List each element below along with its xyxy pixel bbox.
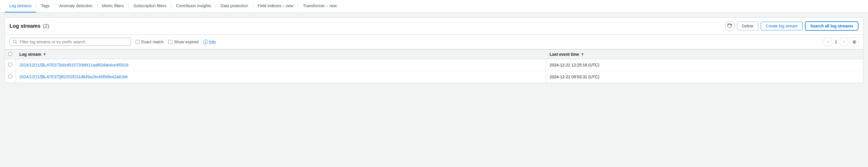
- select-all-checkbox[interactable]: [8, 52, 12, 56]
- page-number: 1: [834, 40, 838, 44]
- tab-log-streams[interactable]: Log streams: [5, 0, 36, 12]
- tab-anomaly-detection[interactable]: Anomaly detection: [55, 0, 97, 12]
- row-1-checkbox[interactable]: [8, 63, 12, 66]
- tab-contributor-insights[interactable]: Contributor Insights: [172, 0, 216, 12]
- create-log-stream-button[interactable]: Create log stream: [761, 22, 803, 30]
- info-link[interactable]: i Info: [203, 40, 216, 44]
- next-page-button[interactable]: ›: [840, 38, 848, 46]
- td-event-time-2: 2024-12-21 09:53:31 (UTC): [546, 71, 863, 83]
- tab-metric-filters[interactable]: Metric filters: [97, 0, 128, 12]
- tab-field-indexes[interactable]: Field indexes – new: [253, 0, 298, 12]
- pagination: ‹ 1 ›: [824, 38, 859, 46]
- next-icon: ›: [843, 40, 844, 44]
- th-select-all[interactable]: [5, 50, 16, 59]
- search-box[interactable]: [9, 38, 131, 46]
- prev-icon: ‹: [827, 40, 828, 44]
- svg-line-1: [16, 43, 17, 44]
- exact-match-checkbox[interactable]: [135, 40, 140, 44]
- info-icon: i: [203, 40, 208, 44]
- td-check-1[interactable]: [5, 59, 16, 71]
- main-content: Log streams (2) Delete Create log stream…: [0, 13, 868, 88]
- header-actions: Delete Create log stream Search all log …: [725, 21, 859, 31]
- stream-link-1[interactable]: 2024/12/21/[$LATEST]d4c8515720bf411aaf82…: [19, 63, 128, 67]
- td-check-2[interactable]: [5, 71, 16, 83]
- refresh-icon: [727, 24, 732, 28]
- filter-options: Exact match Show expired i Info: [135, 40, 819, 44]
- sort-icon-event-time: ▼: [581, 52, 584, 56]
- table-settings-button[interactable]: [850, 38, 859, 46]
- td-event-time-1: 2024-12-21 12:25:16 (UTC): [546, 59, 863, 71]
- stream-link-2[interactable]: 2024/12/21/[$LATEST]8f2202f231d849a29c45…: [19, 74, 127, 79]
- filter-input[interactable]: [20, 40, 128, 44]
- gear-icon: [852, 40, 856, 44]
- log-streams-panel: Log streams (2) Delete Create log stream…: [5, 17, 863, 83]
- td-stream-1: 2024/12/21/[$LATEST]d4c8515720bf411aaf82…: [16, 59, 546, 71]
- tab-transformer[interactable]: Transformer – new: [299, 0, 341, 12]
- table-row: 2024/12/21/[$LATEST]d4c8515720bf411aaf82…: [5, 59, 863, 71]
- table-row: 2024/12/21/[$LATEST]8f2202f231d849a29c45…: [5, 71, 863, 83]
- exact-match-label[interactable]: Exact match: [135, 40, 164, 44]
- search-icon: [13, 40, 17, 44]
- search-all-log-streams-button[interactable]: Search all log streams: [805, 22, 859, 31]
- td-stream-2: 2024/12/21/[$LATEST]8f2202f231d849a29c45…: [16, 71, 546, 83]
- sort-icon-stream: ▼: [43, 52, 46, 56]
- panel-title: Log streams (2): [9, 23, 49, 29]
- prev-page-button[interactable]: ‹: [824, 38, 832, 46]
- row-2-checkbox[interactable]: [8, 74, 12, 78]
- tab-tags[interactable]: Tags: [36, 0, 54, 12]
- filter-row: Exact match Show expired i Info ‹ 1 ›: [5, 35, 863, 49]
- show-expired-checkbox[interactable]: [168, 40, 172, 44]
- show-expired-label[interactable]: Show expired: [168, 40, 199, 44]
- log-streams-table: Log stream ▼ Last event time ▼: [5, 49, 863, 82]
- panel-header: Log streams (2) Delete Create log stream…: [5, 18, 863, 35]
- delete-button[interactable]: Delete: [737, 22, 758, 30]
- refresh-button[interactable]: [725, 21, 735, 31]
- tab-data-protection[interactable]: Data protection: [216, 0, 253, 12]
- th-last-event-time[interactable]: Last event time ▼: [546, 50, 863, 59]
- tab-subscription-filters[interactable]: Subscription filters: [129, 0, 171, 12]
- th-log-stream[interactable]: Log stream ▼: [16, 50, 546, 59]
- tab-bar: Log streams Tags Anomaly detection Metri…: [0, 0, 868, 13]
